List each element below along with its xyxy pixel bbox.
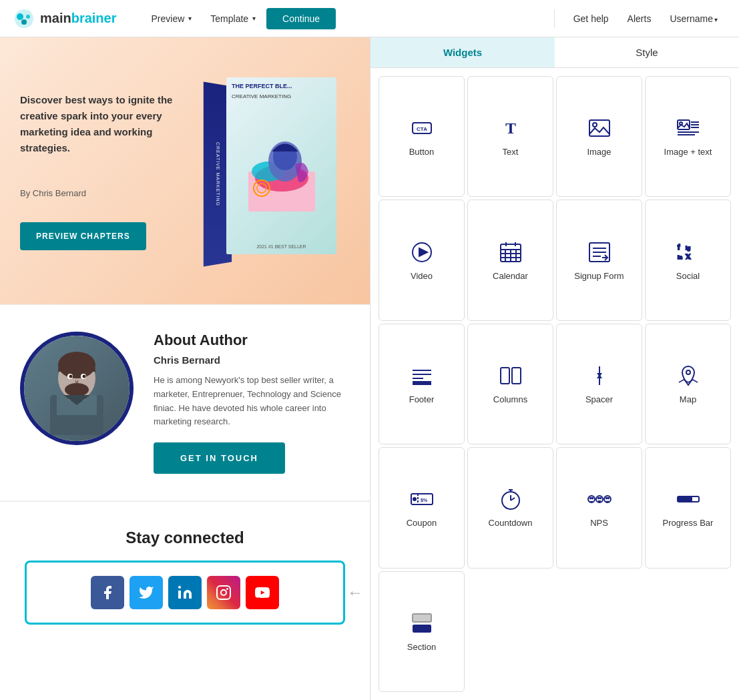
continue-button[interactable]: Continue xyxy=(266,8,336,29)
svg-rect-89 xyxy=(678,496,692,502)
tab-widgets[interactable]: Widgets xyxy=(371,37,555,67)
svg-rect-29 xyxy=(589,120,609,136)
preview-panel: Discover best ways to ignite the creativ… xyxy=(0,37,371,700)
widget-coupon[interactable]: $% Coupon xyxy=(379,447,465,568)
widget-button[interactable]: CTA Button xyxy=(379,76,465,197)
author-avatar xyxy=(20,332,134,445)
svg-rect-90 xyxy=(413,614,431,622)
hero-description: Discover best ways to ignite the creativ… xyxy=(20,92,176,156)
widget-text[interactable]: T Text xyxy=(467,76,553,197)
widget-signup-label: Signup Form xyxy=(574,271,624,281)
username-button[interactable]: Username▾ xyxy=(662,9,726,28)
get-in-touch-button[interactable]: GET IN TOUCH xyxy=(154,442,285,474)
widget-coupon-label: Coupon xyxy=(407,518,437,528)
svg-text:in: in xyxy=(678,254,682,260)
svg-point-3 xyxy=(21,19,27,25)
book-label1: THE PERFECT BLE... xyxy=(232,83,331,91)
svg-marker-39 xyxy=(419,248,427,256)
widget-map[interactable]: Map xyxy=(645,324,731,444)
logo-text: mainbrainer xyxy=(40,11,117,26)
svg-point-86 xyxy=(605,498,607,499)
svg-point-1 xyxy=(17,13,23,20)
get-help-button[interactable]: Get help xyxy=(565,9,617,28)
section-icon xyxy=(410,611,434,635)
widget-calendar[interactable]: Calendar xyxy=(467,200,553,320)
widget-footer-label: Footer xyxy=(409,394,435,404)
columns-icon xyxy=(499,364,523,388)
widgets-panel: Widgets Style CTA Button T xyxy=(371,37,739,700)
widget-signup[interactable]: Signup Form xyxy=(556,200,642,320)
widget-social-label: Social xyxy=(676,271,700,281)
widget-columns[interactable]: Columns xyxy=(467,324,553,444)
progress-bar-icon xyxy=(676,487,700,511)
footer-icon xyxy=(410,364,434,388)
svg-rect-61 xyxy=(501,368,509,384)
svg-text:f: f xyxy=(678,244,680,251)
svg-text:CTA: CTA xyxy=(417,126,427,132)
svg-point-87 xyxy=(607,498,609,499)
author-name: Chris Bernard xyxy=(154,354,350,366)
widget-nps-label: NPS xyxy=(590,518,608,528)
widget-spacer[interactable]: Spacer xyxy=(556,324,642,444)
panel-tabs: Widgets Style xyxy=(371,37,739,68)
author-section: About Author Chris Bernard He is among N… xyxy=(0,305,370,500)
countdown-icon xyxy=(499,487,523,511)
svg-point-83 xyxy=(597,498,599,499)
alerts-button[interactable]: Alerts xyxy=(620,9,660,28)
widget-map-label: Map xyxy=(680,394,696,404)
twitter-icon[interactable] xyxy=(130,576,163,609)
hero-author: By Chris Bernard xyxy=(20,188,176,198)
hero-image: CREATIVE MARKETING THE PERFECT BLE... CR… xyxy=(190,77,350,264)
nps-icon xyxy=(587,487,611,511)
svg-point-16 xyxy=(65,383,89,396)
image-icon xyxy=(587,116,611,140)
facebook-icon[interactable] xyxy=(91,576,124,609)
svg-point-84 xyxy=(599,498,601,499)
signup-icon xyxy=(587,240,611,264)
book-art xyxy=(232,99,331,244)
preview-chapters-button[interactable]: PREVIEW CHAPTERS xyxy=(20,222,146,250)
navbar: mainbrainer Preview▾ Template▾ Continue … xyxy=(0,0,739,37)
svg-text:𝕏: 𝕏 xyxy=(686,254,691,260)
calendar-icon xyxy=(499,240,523,264)
widget-progress-bar[interactable]: Progress Bar xyxy=(645,447,731,568)
author-bio: He is among Newyork's top best seller wr… xyxy=(154,374,350,429)
main-layout: Discover best ways to ignite the creativ… xyxy=(0,37,739,700)
instagram-icon[interactable] xyxy=(207,576,240,609)
coupon-icon: $% xyxy=(410,487,434,511)
svg-point-79 xyxy=(589,498,591,499)
widget-video[interactable]: Video xyxy=(379,200,465,320)
template-button[interactable]: Template▾ xyxy=(202,9,264,28)
social-icons xyxy=(91,576,279,609)
preview-button[interactable]: Preview▾ xyxy=(144,9,200,28)
tab-style[interactable]: Style xyxy=(555,37,739,67)
widget-footer[interactable]: Footer xyxy=(379,324,465,444)
svg-rect-60 xyxy=(413,381,431,385)
svg-point-71 xyxy=(413,497,417,501)
youtube-icon[interactable] xyxy=(246,576,279,609)
widget-image-text[interactable]: Image + text xyxy=(645,76,731,197)
svg-point-23 xyxy=(221,590,226,595)
widget-social[interactable]: f ig in 𝕏 Social xyxy=(645,200,731,320)
arrow-hint: ← xyxy=(347,583,363,602)
image-text-icon xyxy=(676,116,700,140)
widget-section[interactable]: Section xyxy=(379,571,465,692)
svg-text:ig: ig xyxy=(686,245,690,251)
logo-icon xyxy=(13,8,35,29)
connected-section: Stay connected xyxy=(0,501,370,645)
widget-text-label: Text xyxy=(503,147,519,157)
widget-image[interactable]: Image xyxy=(556,76,642,197)
logo[interactable]: mainbrainer xyxy=(13,8,117,29)
svg-text:$%: $% xyxy=(421,498,428,503)
widget-nps[interactable]: NPS xyxy=(556,447,642,568)
connected-title: Stay connected xyxy=(13,529,356,547)
widget-countdown[interactable]: Countdown xyxy=(467,447,553,568)
spacer-icon xyxy=(587,364,611,388)
linkedin-icon[interactable] xyxy=(168,576,202,609)
widget-progress-bar-label: Progress Bar xyxy=(663,518,714,528)
navbar-left: Preview▾ Template▾ Continue xyxy=(144,8,554,29)
svg-point-80 xyxy=(591,498,593,499)
svg-point-19 xyxy=(69,375,73,378)
svg-rect-62 xyxy=(512,368,521,384)
book-footer: 2021 #1 BEST SELLER xyxy=(232,244,331,249)
